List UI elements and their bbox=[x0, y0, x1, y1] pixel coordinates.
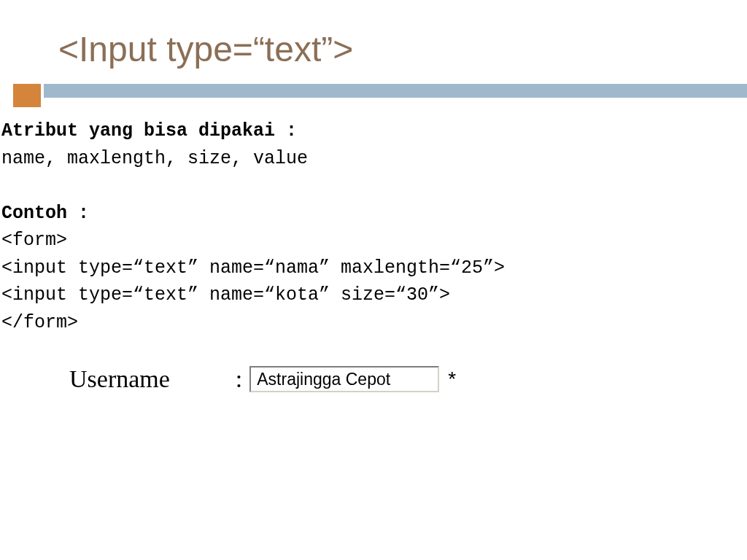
blue-accent-bar bbox=[44, 84, 747, 98]
slide-content: Atribut yang bisa dipakai : name, maxlen… bbox=[0, 107, 747, 336]
example-heading: Contoh : bbox=[1, 200, 747, 228]
blank-line bbox=[1, 172, 747, 200]
slide-title: <Input type=“text”> bbox=[0, 0, 747, 84]
code-line-4: </form> bbox=[1, 309, 747, 337]
username-input[interactable] bbox=[249, 366, 439, 392]
username-label: Username bbox=[69, 365, 170, 393]
attributes-heading: Atribut yang bisa dipakai : bbox=[1, 117, 747, 145]
required-asterisk: * bbox=[448, 368, 456, 391]
label-colon: : bbox=[236, 365, 242, 393]
code-line-3: <input type=“text” name=“kota” size=“30”… bbox=[1, 281, 747, 309]
attributes-list: name, maxlength, size, value bbox=[1, 145, 747, 173]
title-divider bbox=[0, 84, 747, 107]
code-line-1: <form> bbox=[1, 227, 747, 254]
orange-accent-block bbox=[13, 84, 41, 107]
rendered-example-row: Username : * bbox=[0, 365, 747, 393]
code-line-2: <input type=“text” name=“nama” maxlength… bbox=[1, 254, 747, 282]
